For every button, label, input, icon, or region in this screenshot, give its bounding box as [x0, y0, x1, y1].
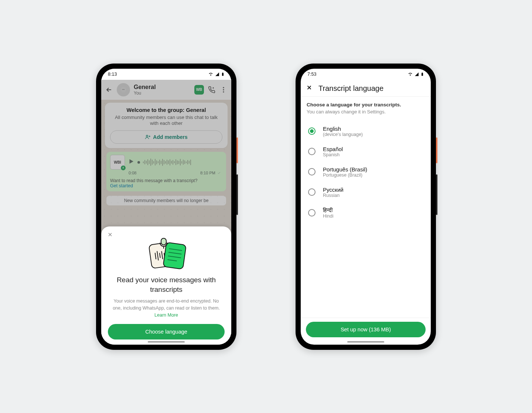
body-title: Choose a language for your transcripts. [307, 102, 425, 107]
sheet-body: Your voice messages are end-to-end encry… [108, 298, 225, 318]
language-sub: Russian [323, 193, 344, 198]
status-time: 7:53 [307, 72, 316, 77]
transcript-illustration [108, 235, 225, 271]
language-sub: Portuguese (Brazil) [323, 173, 367, 178]
svg-point-1 [122, 89, 123, 90]
check-icon [216, 171, 222, 175]
wifi-icon [407, 72, 413, 76]
footer: Set up now (136 MB) [301, 318, 431, 345]
signal-icon [414, 72, 419, 76]
group-welcome-sub: All community members can use this chat … [110, 115, 222, 127]
language-option[interactable]: हिन्दी Hindi [307, 202, 425, 223]
svg-rect-14 [163, 242, 186, 269]
language-sub: Hindi [323, 214, 334, 219]
back-icon[interactable] [105, 86, 113, 94]
svg-point-5 [223, 89, 224, 90]
svg-point-6 [223, 91, 224, 92]
screen-right: 7:53 Transcript language Choose a langua… [301, 69, 431, 345]
group-welcome-title: Welcome to the group: General [110, 107, 222, 113]
close-icon[interactable] [306, 84, 313, 92]
chat-title-block[interactable]: General You [134, 84, 191, 96]
body-subtitle: You can always change it in Settings. [307, 109, 425, 115]
language-name: English [323, 126, 363, 132]
phone-left: 8:13 General You WB [96, 64, 236, 350]
radio-icon[interactable] [308, 168, 316, 175]
radio-icon[interactable] [308, 188, 316, 196]
setup-now-button[interactable]: Set up now (136 MB) [306, 322, 426, 337]
language-name: Português (Brasil) [323, 166, 367, 173]
language-option[interactable]: English (device's language) [307, 121, 425, 141]
sheet-title: Read your voice messages with transcript… [108, 275, 225, 294]
language-sub: Spanish [323, 152, 343, 157]
chat-title: General [134, 84, 191, 91]
svg-point-4 [223, 87, 224, 88]
transcript-hint: Want to read this message with a transcr… [110, 178, 222, 183]
battery-icon [420, 72, 424, 77]
play-icon[interactable] [128, 158, 134, 167]
chat-screen: General You WB Welcome to the group: Gen… [101, 80, 231, 345]
close-icon[interactable] [107, 232, 113, 239]
add-members-label: Add members [153, 134, 187, 140]
more-icon[interactable] [219, 86, 228, 94]
learn-more-link[interactable]: Learn More [154, 313, 178, 318]
language-list-body: Choose a language for your transcripts. … [301, 97, 431, 318]
chat-subtitle: You [134, 91, 191, 96]
home-indicator [347, 341, 384, 342]
voice-message[interactable]: WBI [106, 152, 226, 191]
svg-point-7 [146, 135, 148, 137]
language-list: English (device's language) Español Span… [307, 121, 425, 223]
signal-icon [215, 72, 220, 76]
language-option[interactable]: Português (Brasil) Portuguese (Brazil) [307, 162, 425, 182]
radio-icon[interactable] [308, 148, 316, 155]
add-call-icon[interactable] [208, 86, 216, 94]
language-name: हिन्दी [323, 207, 334, 214]
voice-duration: 0:08 [129, 171, 136, 175]
waveform[interactable] [143, 158, 222, 167]
add-members-button[interactable]: Add members [110, 130, 222, 144]
svg-point-3 [124, 89, 125, 90]
transcript-link[interactable]: Get started [110, 183, 222, 188]
transcript-intro-sheet: Read your voice messages with transcript… [101, 226, 231, 345]
status-bar: 8:13 [101, 69, 231, 80]
chat-header: General You WB [101, 80, 231, 100]
voice-time: 8:10 PM [200, 171, 222, 175]
status-time: 8:13 [108, 72, 117, 77]
sender-avatar: WBI [110, 155, 125, 170]
wifi-icon [208, 72, 214, 76]
power-button [436, 137, 437, 163]
volume-button [236, 174, 238, 215]
language-sub: (device's language) [323, 132, 363, 137]
volume-button [436, 174, 437, 215]
group-avatar[interactable] [117, 83, 130, 96]
language-option[interactable]: Español Spanish [307, 141, 425, 162]
language-option[interactable]: Русский Russian [307, 182, 425, 202]
screen-left: 8:13 General You WB [101, 69, 231, 345]
radio-icon[interactable] [308, 127, 316, 135]
page-header: Transcript language [301, 80, 431, 96]
status-icons [407, 72, 424, 77]
add-person-icon [145, 134, 151, 140]
power-button [236, 137, 238, 163]
home-indicator [148, 341, 185, 342]
status-bar: 7:53 [301, 69, 431, 80]
page-title: Transcript language [318, 84, 383, 93]
group-welcome-card: Welcome to the group: General All commun… [105, 103, 228, 149]
phone-right: 7:53 Transcript language Choose a langua… [296, 64, 436, 350]
wb-badge-icon: WB [194, 85, 204, 95]
status-icons [208, 72, 225, 77]
language-name: Русский [323, 187, 344, 193]
choose-language-button[interactable]: Choose language [108, 324, 225, 339]
language-name: Español [323, 146, 343, 152]
playhead-dot[interactable] [137, 161, 140, 164]
svg-rect-19 [161, 238, 166, 245]
battery-icon [221, 72, 225, 77]
svg-point-2 [123, 89, 124, 90]
radio-icon[interactable] [308, 209, 316, 216]
